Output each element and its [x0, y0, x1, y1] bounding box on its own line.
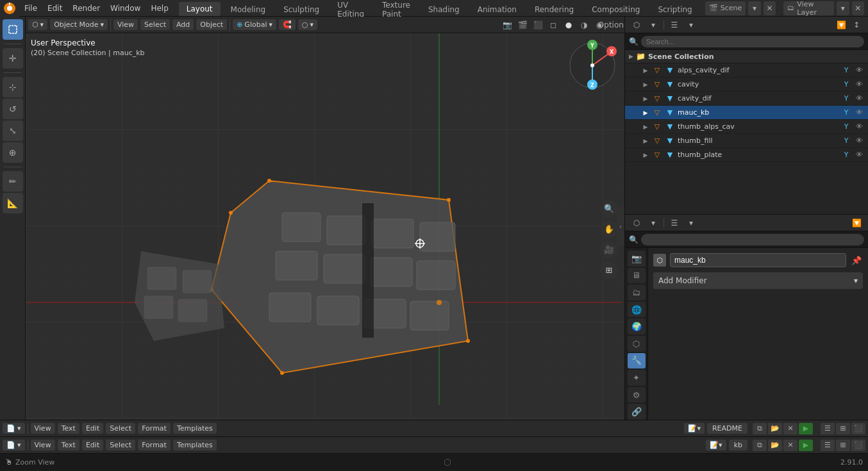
viewport-options-btn[interactable]: Options▾: [608, 18, 622, 32]
viewport-solid-btn[interactable]: ●: [562, 18, 576, 32]
viewport-material-btn[interactable]: ◑: [577, 18, 591, 32]
bottom-format-1[interactable]: Format: [138, 423, 171, 434]
item-funnel-icon[interactable]: Y: [841, 122, 851, 132]
tab-rendering[interactable]: Rendering: [527, 3, 581, 16]
properties-display-dropdown[interactable]: ▾: [685, 217, 697, 229]
toolbar-rotate[interactable]: ↺: [3, 99, 23, 119]
prop-tab-output[interactable]: 🖥: [628, 268, 646, 284]
pan-btn[interactable]: ✋: [600, 220, 618, 238]
item-visibility-icon[interactable]: 👁: [854, 122, 864, 132]
item-visibility-icon[interactable]: 👁: [854, 136, 864, 146]
item-funnel-icon[interactable]: Y: [841, 150, 851, 160]
select-menu-btn[interactable]: Select: [140, 19, 170, 30]
transform-orientation-btn[interactable]: ⊕ Global ▾: [233, 19, 276, 30]
properties-display-icon[interactable]: ☰: [668, 217, 681, 229]
bottom-view-1[interactable]: View: [31, 423, 55, 434]
toolbar-annotate[interactable]: ✏: [3, 171, 23, 192]
tab-uv-editing[interactable]: UV Editing: [330, 3, 372, 16]
item-arrow[interactable]: ▶: [642, 123, 649, 131]
bottom-edit-1[interactable]: Edit: [82, 423, 103, 434]
outliner-item-mauc-kb[interactable]: ▶ ▽ ▼ mauc_kb Y 👁: [625, 106, 868, 120]
item-arrow[interactable]: ▶: [642, 81, 649, 88]
collapse-arrow[interactable]: ‹: [617, 208, 624, 246]
outliner-item-alps-cavity-dif[interactable]: ▶ ▽ ▼ alps_cavity_dif Y 👁: [625, 63, 868, 78]
display-mode-dropdown[interactable]: ▾: [685, 19, 697, 31]
prop-tab-object[interactable]: ⬡: [628, 336, 646, 352]
display-mode-icon[interactable]: ☰: [668, 19, 681, 31]
prop-tab-world[interactable]: 🌍: [628, 318, 646, 335]
bottom-list-view-2[interactable]: ☰: [821, 440, 835, 451]
bottom-folder-btn-1[interactable]: 📂: [768, 423, 782, 434]
prop-tab-scene[interactable]: 🌐: [628, 302, 646, 318]
close-scene[interactable]: ✕: [764, 1, 776, 15]
bottom-templates-1[interactable]: Templates: [173, 423, 217, 434]
item-visibility-icon[interactable]: 👁: [854, 108, 864, 118]
bottom-block-view-1[interactable]: ⬛: [851, 423, 865, 434]
view-layer-dropdown[interactable]: ▾: [837, 1, 849, 15]
editor-type-btn[interactable]: ⬡ ▾: [28, 19, 47, 30]
prop-object-name-input[interactable]: [670, 253, 846, 267]
toolbar-cursor[interactable]: ✛: [3, 48, 23, 69]
bottom-templates-2[interactable]: Templates: [173, 440, 217, 450]
proportional-edit-btn[interactable]: ○ ▾: [298, 19, 317, 30]
menu-file[interactable]: File: [19, 0, 42, 17]
bottom-folder-btn-2[interactable]: 📂: [768, 440, 782, 451]
bottom-close-btn-1[interactable]: ✕: [783, 423, 797, 434]
prop-tab-particles[interactable]: ✦: [628, 370, 646, 386]
view-menu-btn[interactable]: View: [113, 19, 138, 30]
filter-icon[interactable]: 🔽: [835, 19, 847, 31]
item-funnel-icon[interactable]: Y: [841, 94, 851, 104]
bottom-view-2[interactable]: View: [31, 440, 55, 450]
item-visibility-icon[interactable]: 👁: [854, 65, 864, 76]
scene-selector[interactable]: 🎬 Scene: [705, 1, 746, 15]
bottom-block-view-2[interactable]: ⬛: [851, 440, 865, 451]
toolbar-measure[interactable]: 📐: [3, 193, 23, 213]
bottom-editor-type-2[interactable]: 📄▾: [3, 440, 25, 450]
bottom-play-btn-1[interactable]: ▶: [799, 423, 813, 434]
outliner-item-thumb-fill[interactable]: ▶ ▽ ▼ thumb_fill Y 👁: [625, 134, 868, 148]
prop-tab-constraints[interactable]: 🔗: [628, 404, 646, 420]
scene-collection-arrow[interactable]: ▶: [629, 53, 633, 60]
tab-shading[interactable]: Shading: [421, 3, 467, 16]
properties-search-input[interactable]: [641, 234, 864, 245]
viewport-overlays-btn[interactable]: ⬛: [531, 18, 545, 32]
properties-editor-icon[interactable]: ⬡: [630, 217, 643, 229]
item-funnel-icon[interactable]: Y: [841, 136, 851, 146]
bottom-select-1[interactable]: Select: [106, 423, 135, 434]
bottom-copy-btn-2[interactable]: ⧉: [753, 440, 767, 451]
editor-type-dropdown[interactable]: ▾: [647, 19, 660, 31]
object-mode-btn[interactable]: Object Mode ▾: [50, 19, 108, 30]
prop-tab-physics[interactable]: ⚙: [628, 387, 646, 403]
editor-type-icon[interactable]: ⬡: [630, 19, 643, 31]
snap-btn[interactable]: 🧲: [279, 19, 296, 30]
zoom-in-btn[interactable]: 🔍: [600, 200, 618, 218]
tab-scripting[interactable]: Scripting: [650, 3, 699, 16]
item-arrow[interactable]: ▶: [642, 151, 649, 159]
item-visibility-icon[interactable]: 👁: [854, 79, 864, 90]
tab-texture-paint[interactable]: Texture Paint: [374, 3, 418, 16]
bottom-text-1[interactable]: Text: [58, 423, 79, 434]
menu-render[interactable]: Render: [67, 0, 105, 17]
outliner-item-thumb-plate[interactable]: ▶ ▽ ▼ thumb_plate Y 👁: [625, 148, 868, 162]
prop-tab-render[interactable]: 📷: [628, 251, 646, 267]
bottom-grid-view-1[interactable]: ⊞: [836, 423, 850, 434]
item-visibility-icon[interactable]: 👁: [854, 94, 864, 104]
nav-gizmo[interactable]: Y X Z: [567, 40, 618, 91]
properties-filter-icon[interactable]: 🔽: [850, 217, 863, 229]
item-visibility-icon[interactable]: 👁: [854, 150, 864, 160]
bottom-play-btn-2[interactable]: ▶: [799, 440, 813, 451]
bottom-list-view-1[interactable]: ☰: [821, 423, 835, 434]
toolbar-select-box[interactable]: [3, 19, 23, 40]
toolbar-scale[interactable]: ⤡: [3, 120, 23, 141]
menu-help[interactable]: Help: [146, 0, 173, 17]
viewport-render-btn[interactable]: 🎬: [515, 18, 530, 32]
viewport-camera-btn[interactable]: 📷: [500, 18, 514, 32]
tab-animation[interactable]: Animation: [470, 3, 524, 16]
outliner-item-cavity[interactable]: ▶ ▽ ▼ cavity Y 👁: [625, 78, 868, 92]
bottom-editor-type-1[interactable]: 📄▾: [3, 423, 25, 434]
bottom-text-type-icon-1[interactable]: 📝▾: [684, 423, 705, 434]
prop-tab-modifier[interactable]: 🔧: [628, 353, 646, 369]
item-arrow[interactable]: ▶: [642, 67, 649, 74]
item-arrow[interactable]: ▶: [642, 137, 649, 145]
tab-modeling[interactable]: Modeling: [223, 3, 274, 16]
